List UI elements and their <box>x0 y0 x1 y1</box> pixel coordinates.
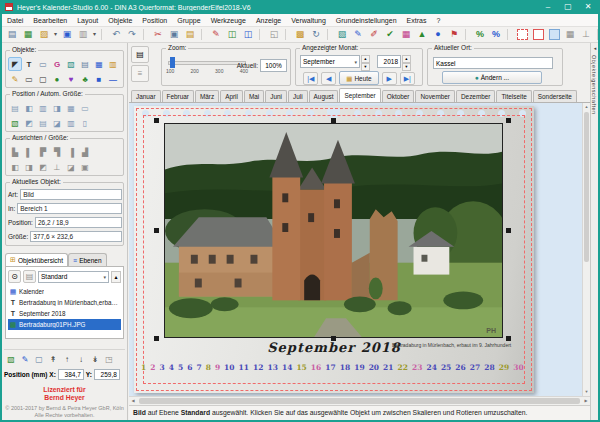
scroll-down-arrow[interactable]: ▼ <box>583 388 590 396</box>
edit-pencil-icon[interactable]: ✎ <box>350 27 366 42</box>
same-width-icon[interactable]: ▐ <box>64 145 78 159</box>
add-image-icon[interactable]: ▧ <box>4 352 18 366</box>
edit-pencil-red-icon[interactable]: ✐ <box>366 27 382 42</box>
canvas-horizontal-scrollbar[interactable]: ◀ ▶ <box>129 396 590 405</box>
fit-height-icon[interactable]: ▯ <box>78 116 92 130</box>
filled-rect-tool-icon[interactable]: ■ <box>92 72 106 86</box>
calendar-page[interactable]: PH September 2018 Bertradaburg in Mürlen… <box>134 106 534 393</box>
small-object-icon[interactable]: ◳ <box>102 352 116 366</box>
zoom-value-field[interactable]: 100% <box>260 59 287 72</box>
to-back-icon[interactable]: ↡ <box>88 352 102 366</box>
expand-panel-button[interactable]: ◂ <box>591 43 599 53</box>
close-button[interactable]: ✕ <box>578 0 598 14</box>
align-right-icon[interactable]: ▛ <box>36 145 50 159</box>
same-size-icon[interactable]: ▟ <box>78 145 92 159</box>
easter-egg-icon[interactable]: ● <box>430 27 446 42</box>
christmas-tree-icon[interactable]: ▲ <box>414 27 430 42</box>
print-dropdown-icon[interactable]: ▾ <box>91 27 98 42</box>
next-month-button[interactable]: ▶ <box>382 72 397 85</box>
zoom-slider-track[interactable] <box>168 61 246 65</box>
line-tool-icon[interactable]: — <box>106 72 120 86</box>
prev-year-button[interactable]: |◀ <box>303 72 318 85</box>
mosaic-icon[interactable]: ▦ <box>398 27 414 42</box>
ruler-icon[interactable]: ⊥ <box>578 27 594 42</box>
menu-item[interactable]: Grundeinstellungen <box>331 14 402 27</box>
wordart-tool-icon[interactable]: G <box>50 57 64 71</box>
insert-object-icon[interactable]: ◫ <box>224 27 240 42</box>
flag-icon[interactable]: ⚑ <box>446 27 462 42</box>
rectangle-tool-icon[interactable]: ▭ <box>22 72 36 86</box>
location-field[interactable]: Kassel <box>433 57 553 69</box>
menu-item[interactable]: Verwaltung <box>286 14 331 27</box>
heart-tool-icon[interactable]: ♥ <box>64 72 78 86</box>
menu-item[interactable]: Bearbeiten <box>28 14 72 27</box>
month-tab[interactable]: April <box>220 90 243 102</box>
zoom-slider-thumb[interactable] <box>170 57 175 68</box>
month-select[interactable]: September ▾ <box>300 55 360 68</box>
image-icon[interactable]: ▧ <box>334 27 350 42</box>
visibility-eye-icon[interactable]: ⊙ <box>8 270 21 283</box>
page-icon[interactable]: ▢ <box>32 352 46 366</box>
fit-width-icon[interactable]: ▭ <box>78 101 92 115</box>
menu-item[interactable]: Datei <box>2 14 28 27</box>
distribute-icon[interactable]: ⊥ <box>50 160 64 174</box>
save-icon[interactable]: ▣ <box>59 27 75 42</box>
scroll-up-arrow[interactable]: ▲ <box>583 103 590 111</box>
edit-object-icon[interactable]: ✎ <box>18 352 32 366</box>
calendar-tool-icon[interactable]: ▥ <box>106 57 120 71</box>
resize-handle-tl[interactable] <box>154 118 159 123</box>
crop-icon[interactable]: ◱ <box>266 27 282 42</box>
scroll-left-arrow[interactable]: ◀ <box>129 397 137 405</box>
table-tool-icon[interactable]: ▦ <box>92 57 106 71</box>
paste-into-icon[interactable]: ▩ <box>292 27 308 42</box>
scale-up-icon[interactable]: % <box>472 27 488 42</box>
month-tab[interactable]: Sonderseite <box>533 90 577 102</box>
align-middle-icon[interactable]: ◨ <box>22 160 36 174</box>
canvas[interactable]: PH September 2018 Bertradaburg in Mürlen… <box>129 103 590 396</box>
month-tab[interactable]: November <box>415 90 454 102</box>
vertical-scroll-thumb[interactable] <box>584 112 589 262</box>
position-center-h-icon[interactable]: ▥ <box>36 101 50 115</box>
auto-size-icon[interactable]: ▧ <box>8 116 22 130</box>
to-front-icon[interactable]: ↟ <box>46 352 60 366</box>
menu-item[interactable]: ? <box>431 14 445 27</box>
paste-icon[interactable]: ▤ <box>182 27 198 42</box>
position-right-icon[interactable]: ◨ <box>50 101 64 115</box>
month-tab[interactable]: Mai <box>244 90 264 102</box>
note-tool-icon[interactable]: ✎ <box>8 72 22 86</box>
menu-item[interactable]: Anzeige <box>251 14 286 27</box>
resize-handle-ml[interactable] <box>154 228 159 233</box>
menu-item[interactable]: Gruppe <box>172 14 205 27</box>
month-tab[interactable]: Oktober <box>382 90 415 102</box>
same-height-icon[interactable]: ◪ <box>64 160 78 174</box>
month-tab[interactable]: Januar <box>131 90 161 102</box>
object-list-item[interactable]: T September 2018 <box>8 308 121 319</box>
position-bottom-icon[interactable]: ◪ <box>50 116 64 130</box>
cut-icon[interactable]: ✂ <box>150 27 166 42</box>
tab-ebenen[interactable]: ≡ Ebenen <box>68 253 107 266</box>
redo-icon[interactable]: ↷ <box>124 27 140 42</box>
open-folder-icon[interactable]: ▨ <box>36 27 52 42</box>
ellipse-tool-icon[interactable]: ● <box>50 72 64 86</box>
year-field[interactable]: 2018 <box>377 55 401 68</box>
menu-item[interactable]: Extras <box>402 14 432 27</box>
forward-icon[interactable]: ↑ <box>60 352 74 366</box>
resize-handle-tr[interactable] <box>506 118 511 123</box>
scale-100-icon[interactable]: % <box>488 27 504 42</box>
month-tab[interactable]: Februar <box>162 90 194 102</box>
diagram-tool-icon[interactable]: ▤ <box>78 57 92 71</box>
rotate-icon[interactable]: ↻ <box>308 27 324 42</box>
show-bleed-frame-icon[interactable] <box>514 27 530 42</box>
textbox-tool-icon[interactable]: ▭ <box>36 57 50 71</box>
month-tab[interactable]: Titelseite <box>496 90 531 102</box>
menu-item[interactable]: Layout <box>72 14 103 27</box>
next-year-button[interactable]: ▶| <box>400 72 415 85</box>
align-group-icon[interactable]: ▜ <box>50 145 64 159</box>
backward-icon[interactable]: ↓ <box>74 352 88 366</box>
clover-tool-icon[interactable]: ♣ <box>78 72 92 86</box>
scroll-right-arrow[interactable]: ▶ <box>582 397 590 405</box>
new-document-icon[interactable]: ▤ <box>4 27 20 42</box>
resize-handle-mr[interactable] <box>506 228 511 233</box>
year-spinner[interactable]: ▴▾ <box>402 55 411 68</box>
object-list-item[interactable]: ▩ Bertradaburg01PH.JPG <box>8 319 121 330</box>
